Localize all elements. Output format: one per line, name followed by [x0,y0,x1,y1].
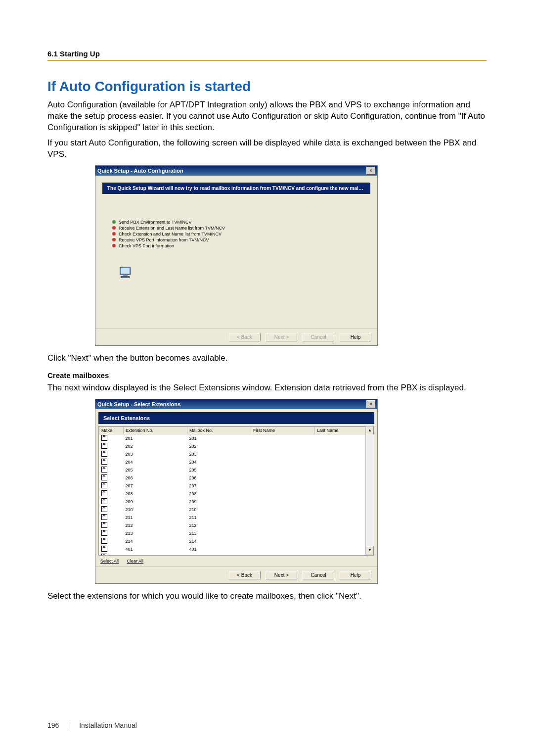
wizard-step: Check VPS Port information [112,243,360,248]
help-button[interactable]: Help [340,333,371,341]
status-dot-icon [112,220,116,224]
checkbox[interactable] [101,443,107,449]
checkbox[interactable] [101,467,107,472]
cell-ext: 212 [124,521,187,529]
col-mailbox[interactable]: Mailbox No. [187,426,251,434]
dialog-title: Quick Setup - Auto Configuration [97,168,183,174]
checkbox[interactable] [101,474,107,480]
checkbox[interactable] [101,554,107,556]
cell-ext: 213 [124,529,187,537]
cell-ext: 204 [124,458,187,466]
auto-config-dialog: Quick Setup - Auto Configuration × The Q… [95,165,378,346]
table-row[interactable]: 208208 [99,490,374,498]
table-row[interactable]: 210210 [99,506,374,514]
status-dot-icon [112,226,116,230]
cell-mbx: 205 [187,466,251,474]
back-button[interactable]: < Back [229,571,261,579]
table-actions: Select All Clear All [100,559,372,564]
step-label: Send PBX Environment to TVM/NCV [119,220,191,225]
table-row[interactable]: 207207 [99,482,374,490]
table-row[interactable]: 213213 [99,529,374,537]
wizard-banner: The Quick Setup Wizard will now try to r… [102,183,370,194]
checkbox[interactable] [101,506,107,512]
cell-mbx: 210 [187,506,251,514]
checkbox[interactable] [101,538,107,544]
dialog-button-row: < Back Next > Cancel Help [95,329,377,345]
next-button[interactable]: Next > [266,571,297,579]
next-button: Next > [266,333,297,341]
cell-mbx: 211 [187,514,251,521]
col-lastname[interactable]: Last Name [315,426,374,434]
back-button: < Back [229,333,261,341]
select-extensions-dialog: Quick Setup - Select Extensions × Select… [95,399,378,584]
cell-mbx: 213 [187,529,251,537]
table-row[interactable]: 202202 [99,442,374,450]
page-number: 196 [47,721,59,729]
close-icon[interactable]: × [366,167,375,175]
checkbox[interactable] [101,498,107,504]
status-dot-icon [112,232,116,236]
checkbox[interactable] [101,490,107,496]
cell-ext: 211 [124,514,187,521]
cell-mbx: 206 [187,474,251,482]
wizard-step: Receive VPS Port information from TVM/NC… [112,237,360,242]
table-row[interactable]: 204204 [99,458,374,466]
cell-mbx: 214 [187,537,251,545]
checkbox[interactable] [101,482,107,488]
cell-ext: 208 [124,490,187,498]
table-row[interactable]: 214214 [99,537,374,545]
svg-rect-1 [121,268,130,273]
scroll-track[interactable] [366,434,374,547]
checkbox[interactable] [101,530,107,536]
table-row[interactable]: 206206 [99,474,374,482]
col-firstname[interactable]: First Name [251,426,315,434]
footer-separator [70,722,70,729]
table-row[interactable]: 401401 [99,545,374,553]
body-paragraph: Auto Configuration (available for APT/DP… [47,99,487,134]
col-make[interactable]: Make [99,426,124,434]
dialog-title: Quick Setup - Select Extensions [97,401,180,407]
table-row[interactable]: 212212 [99,521,374,529]
table-row[interactable]: 201201 [99,434,374,442]
breadcrumb: 6.1 Starting Up [47,49,487,60]
cancel-button: Cancel [303,333,334,341]
scrollbar[interactable]: ▲ ▼ [365,426,374,555]
checkbox[interactable] [101,546,107,552]
cancel-button[interactable]: Cancel [303,571,334,579]
dialog-titlebar: Quick Setup - Select Extensions × [95,399,377,409]
cell-ext: 210 [124,506,187,514]
cell-ext: 202 [124,442,187,450]
computer-icon [119,266,134,279]
table-row[interactable]: 211211 [99,514,374,521]
cell-mbx: 209 [187,498,251,506]
checkbox[interactable] [101,522,107,528]
select-all-link[interactable]: Select All [100,559,119,564]
table-row[interactable]: 402402 [99,553,374,556]
cell-mbx: 207 [187,482,251,490]
checkbox[interactable] [101,451,107,457]
cell-mbx: 401 [187,545,251,553]
table-row[interactable]: 209209 [99,498,374,506]
clear-all-link[interactable]: Clear All [127,559,144,564]
cell-ext: 206 [124,474,187,482]
help-button[interactable]: Help [340,571,371,579]
table-row[interactable]: 203203 [99,450,374,458]
cell-ext: 401 [124,545,187,553]
scroll-down-icon[interactable]: ▼ [366,546,374,555]
col-extension[interactable]: Extension No. [124,426,187,434]
cell-ext: 209 [124,498,187,506]
checkbox[interactable] [101,459,107,465]
checkbox[interactable] [101,514,107,520]
extensions-table: Make Extension No. Mailbox No. First Nam… [99,426,374,556]
cell-ext: 201 [124,434,187,442]
header-rule [47,60,487,61]
page-footer: 196 Installation Manual [47,721,137,729]
close-icon[interactable]: × [366,400,375,408]
body-paragraph: If you start Auto Configuration, the fol… [47,138,487,160]
dialog-subheader: Select Extensions [98,412,374,424]
table-row[interactable]: 205205 [99,466,374,474]
cell-mbx: 402 [187,553,251,556]
cell-mbx: 208 [187,490,251,498]
svg-rect-3 [121,276,130,278]
checkbox[interactable] [101,435,107,441]
